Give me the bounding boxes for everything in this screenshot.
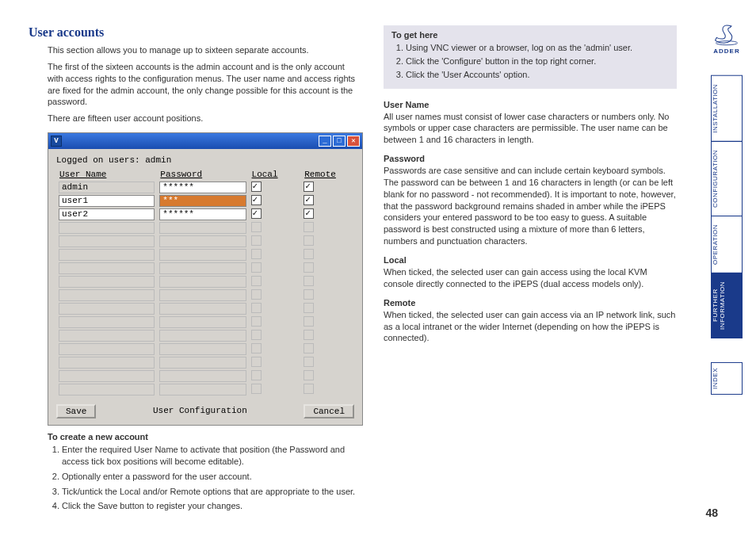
- password-input: [159, 384, 246, 396]
- page-title: User accounts: [29, 25, 361, 40]
- local-checkbox: [251, 330, 262, 340]
- minimize-button[interactable]: _: [319, 136, 331, 147]
- local-checkbox: [251, 289, 262, 300]
- intro-p3: There are fifteen user account positions…: [48, 113, 361, 124]
- adder-logo: ADDER: [708, 24, 746, 55]
- password-input[interactable]: ***: [159, 195, 246, 207]
- logged-on-label: Logged on users: admin: [56, 155, 354, 165]
- table-row: [56, 235, 354, 248]
- table-row: user1***: [56, 194, 354, 208]
- username-input: [59, 249, 155, 261]
- field-local-title: Local: [384, 255, 677, 265]
- logged-on-value: admin: [145, 155, 171, 165]
- remote-checkbox[interactable]: [304, 208, 314, 219]
- username-input: [59, 316, 155, 328]
- local-checkbox: [251, 222, 262, 232]
- user-config-dialog: V _ □ ✕ Logged on users: admin User Name: [48, 132, 363, 426]
- username-input: [59, 357, 155, 369]
- password-input[interactable]: ******: [159, 208, 246, 220]
- user-table: User Name Password Local Remote admin***…: [56, 170, 354, 396]
- local-checkbox: [251, 384, 262, 394]
- table-row: [56, 275, 354, 289]
- password-input: [159, 235, 246, 247]
- local-checkbox: [251, 249, 262, 259]
- togethere-step: Click the 'Configure' button in the top …: [406, 55, 669, 67]
- tab-further-information[interactable]: FURTHER INFORMATION: [711, 273, 743, 338]
- create-step: Tick/untick the Local and/or Remote opti…: [62, 486, 361, 498]
- table-row: user2******: [56, 208, 354, 221]
- table-row: [56, 262, 354, 275]
- remote-checkbox: [304, 249, 314, 259]
- maximize-button[interactable]: □: [333, 136, 346, 147]
- create-step: Enter the required User Name to activate…: [62, 444, 361, 468]
- intro-p2: The first of the sixteen accounts is the…: [48, 61, 361, 108]
- password-input: [159, 262, 246, 274]
- table-row: [56, 302, 354, 315]
- field-username-body: All user names must consist of lower cas…: [384, 111, 677, 147]
- local-checkbox: [251, 235, 262, 246]
- table-row: [56, 248, 354, 262]
- field-password-body: Passwords are case sensitive and can inc…: [384, 165, 677, 247]
- local-checkbox: [251, 262, 262, 273]
- page-number: 48: [705, 506, 718, 519]
- local-checkbox: [251, 357, 262, 367]
- field-remote-title: Remote: [384, 298, 677, 308]
- dialog-title: User Configuration: [96, 404, 304, 418]
- app-icon: V: [51, 136, 62, 147]
- remote-checkbox[interactable]: [304, 182, 314, 192]
- remote-checkbox: [304, 289, 314, 300]
- intro-p1: This section allows you to manage up to …: [48, 44, 361, 56]
- username-input[interactable]: user2: [59, 208, 155, 220]
- to-get-here-heading: To get here: [391, 30, 669, 40]
- table-row: [56, 329, 354, 342]
- remote-checkbox: [304, 357, 314, 367]
- username-input[interactable]: admin: [59, 182, 155, 193]
- cancel-button[interactable]: Cancel: [304, 404, 354, 418]
- save-button[interactable]: Save: [56, 404, 96, 418]
- remote-checkbox: [304, 303, 314, 313]
- col-username: User Name: [56, 170, 157, 181]
- table-row: [56, 342, 354, 356]
- local-checkbox[interactable]: [251, 182, 262, 192]
- close-button[interactable]: ✕: [347, 136, 360, 147]
- to-get-here-steps: Using VNC viewer or a browser, log on as…: [391, 42, 669, 81]
- local-checkbox[interactable]: [251, 208, 262, 219]
- table-row: [56, 356, 354, 369]
- create-account-heading: To create a new account: [48, 432, 361, 441]
- table-row: [56, 369, 354, 383]
- remote-checkbox: [304, 384, 314, 394]
- snake-icon: [713, 24, 740, 46]
- remote-checkbox[interactable]: [304, 195, 314, 205]
- remote-checkbox: [304, 343, 314, 353]
- local-checkbox: [251, 343, 262, 353]
- username-input: [59, 289, 155, 301]
- remote-checkbox: [304, 262, 314, 273]
- remote-checkbox: [304, 222, 314, 232]
- tab-index[interactable]: INDEX: [711, 362, 743, 395]
- tab-configuration[interactable]: CONFIGURATION: [711, 141, 743, 216]
- tab-operation[interactable]: OPERATION: [711, 216, 743, 273]
- password-input: [159, 316, 246, 328]
- username-input: [59, 235, 155, 247]
- password-input: [159, 330, 246, 342]
- local-checkbox: [251, 303, 262, 313]
- username-input: [59, 262, 155, 274]
- username-input[interactable]: user1: [59, 195, 155, 207]
- tab-installation[interactable]: INSTALLATION: [711, 75, 743, 142]
- username-input: [59, 276, 155, 288]
- password-input[interactable]: ******: [159, 182, 246, 193]
- username-input: [59, 343, 155, 355]
- local-checkbox[interactable]: [251, 195, 262, 205]
- password-input: [159, 289, 246, 301]
- remote-checkbox: [304, 370, 314, 380]
- field-remote-body: When ticked, the selected user can gain …: [384, 309, 677, 345]
- local-checkbox: [251, 370, 262, 380]
- to-get-here-box: To get here Using VNC viewer or a browse…: [384, 25, 677, 89]
- password-input: [159, 249, 246, 261]
- create-account-steps: Enter the required User Name to activate…: [48, 444, 361, 512]
- togethere-step: Using VNC viewer or a browser, log on as…: [406, 42, 669, 54]
- col-password: Password: [157, 170, 248, 181]
- remote-checkbox: [304, 276, 314, 286]
- local-checkbox: [251, 276, 262, 286]
- password-input: [159, 343, 246, 355]
